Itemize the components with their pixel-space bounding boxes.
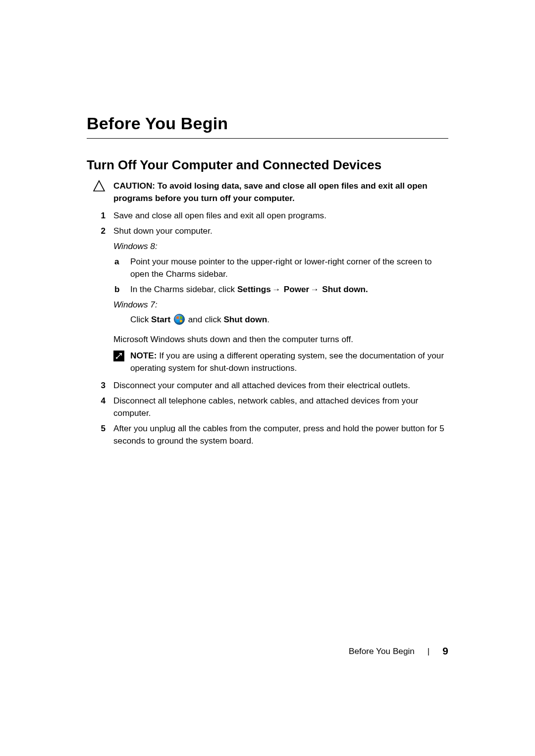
and-click-text: and click [186, 314, 223, 324]
step-4: 4 Disconnect all telephone cables, netwo… [87, 395, 448, 419]
start-label: Start [151, 314, 170, 324]
caution-block: CAUTION: To avoid losing data, save and … [87, 180, 448, 204]
caution-body: To avoid losing data, save and close all… [113, 181, 428, 203]
page-title: Before You Begin [87, 114, 448, 139]
step-5: 5 After you unplug all the cables from t… [87, 422, 448, 447]
note-body: If you are using a different operating s… [130, 351, 444, 373]
step-number: 1 [87, 209, 113, 222]
page-number: 9 [442, 645, 448, 657]
note-icon [113, 350, 130, 361]
step-text: Disconnect your computer and all attache… [113, 379, 448, 392]
click-text: Click [130, 314, 151, 324]
substep-b: b In the Charms sidebar, click Settings→… [113, 283, 448, 296]
section-title: Turn Off Your Computer and Connected Dev… [87, 157, 448, 173]
arrow-icon: → [272, 283, 280, 296]
power-label: Power [284, 284, 310, 294]
step-text: After you unplug all the cables from the… [113, 422, 448, 447]
substep-text: In the Charms sidebar, click Settings→ P… [130, 283, 448, 296]
step-1: 1 Save and close all open files and exit… [87, 209, 448, 222]
caution-label: CAUTION: [113, 181, 155, 191]
windows7-label: Windows 7: [113, 299, 448, 311]
note-block: NOTE: If you are using a different opera… [113, 350, 448, 374]
shutdown-label: Shut down. [322, 284, 368, 294]
step-3: 3 Disconnect your computer and all attac… [87, 379, 448, 392]
substep-a: a Point your mouse pointer to the upper-… [113, 255, 448, 280]
caution-text: CAUTION: To avoid losing data, save and … [113, 180, 448, 204]
start-button-icon [174, 314, 185, 325]
windows8-label: Windows 8: [113, 240, 448, 252]
substep-text: Point your mouse pointer to the upper-ri… [130, 255, 448, 280]
step-number: 4 [87, 395, 113, 407]
substep-letter: b [113, 283, 130, 296]
note-text: NOTE: If you are using a different opera… [130, 350, 448, 374]
shutdown-result: Microsoft Windows shuts down and then th… [113, 333, 448, 346]
win7-instruction: Click Start and click Shut down. [113, 313, 448, 326]
step-text: Save and close all open files and exit a… [113, 209, 448, 222]
arrow-icon: → [310, 283, 319, 296]
note-label: NOTE: [130, 351, 157, 360]
caution-icon [87, 180, 113, 196]
page: Before You Begin Turn Off Your Computer … [0, 0, 535, 756]
page-footer: Before You Begin | 9 [349, 645, 448, 657]
step-text: Shut down your computer. [113, 225, 448, 237]
shutdown-label: Shut down [223, 314, 267, 324]
svg-marker-0 [94, 181, 105, 191]
step-number: 2 [87, 225, 113, 237]
substep-letter: a [113, 255, 130, 268]
footer-separator: | [428, 646, 429, 656]
settings-label: Settings [237, 284, 271, 294]
step-text: Disconnect all telephone cables, network… [113, 395, 448, 419]
substep-b-prefix: In the Charms sidebar, click [130, 284, 237, 294]
step-number: 5 [87, 422, 113, 435]
period: . [267, 314, 269, 324]
step-number: 3 [87, 379, 113, 392]
step-2-body: Shut down your computer. Windows 8: a Po… [113, 225, 448, 374]
step-2: 2 Shut down your computer. Windows 8: a … [87, 225, 448, 374]
footer-section: Before You Begin [349, 646, 415, 656]
